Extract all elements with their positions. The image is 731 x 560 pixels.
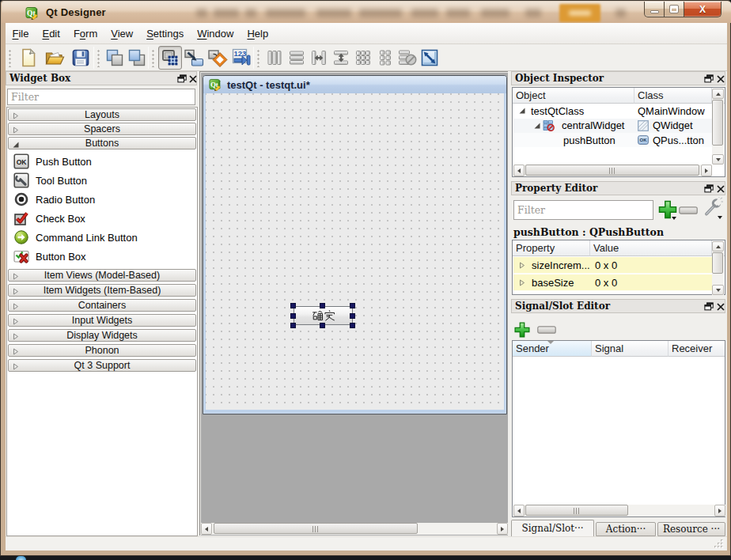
form-window-title-bar[interactable]: Qt testQt - testqt.ui* <box>203 76 506 93</box>
menu-form[interactable]: Form <box>66 23 104 44</box>
titlebar[interactable]: Qt Qt Designer X <box>2 2 731 23</box>
category-spacers[interactable]: Spacers <box>8 123 196 135</box>
selection-handle-nw[interactable] <box>290 303 296 308</box>
menu-window[interactable]: Window <box>191 23 241 44</box>
configure-property-editor-button[interactable] <box>701 197 723 219</box>
toolbar-drag-handle[interactable] <box>6 48 11 67</box>
object-inspector-title-bar[interactable]: Object Inspector <box>511 71 725 85</box>
column-header-property[interactable]: Property <box>513 240 590 256</box>
toolbar-layout-vertical-splitter-button[interactable] <box>330 46 352 70</box>
tree-row-testqtclass[interactable]: testQtClass QMainWindow <box>513 104 712 118</box>
toolbar-open-form-button[interactable] <box>41 46 67 70</box>
tree-row-centralwidget[interactable]: centralWidget QWidget <box>513 119 712 133</box>
mdi-horizontal-scrollbar[interactable] <box>201 523 508 535</box>
selection-handle-w[interactable] <box>290 313 296 319</box>
toolbar-break-layout-button[interactable] <box>396 46 419 70</box>
property-editor-vertical-scrollbar[interactable] <box>712 241 724 295</box>
scrollbar-thumb[interactable] <box>525 165 699 176</box>
tree-row-pushbutton[interactable]: pushButton OK QPus...tton <box>513 133 712 147</box>
close-dock-button[interactable] <box>717 303 726 312</box>
form-canvas[interactable]: 确定 <box>206 93 504 410</box>
menu-settings[interactable]: Settings <box>140 23 191 44</box>
toolbar-edit-tab-order-button[interactable]: 123 <box>229 46 253 70</box>
selection-handle-n[interactable] <box>320 303 325 308</box>
toolbar-layout-grid-button[interactable] <box>352 46 374 70</box>
toolbar-adjust-size-button[interactable] <box>419 46 441 70</box>
menu-view[interactable]: View <box>104 23 140 44</box>
widget-item-command-link-button[interactable]: Command Link Button <box>9 228 191 247</box>
property-row-basesize[interactable]: baseSize 0 x 0 <box>513 274 712 291</box>
selection-handle-ne[interactable] <box>350 303 355 308</box>
widget-item-tool-button[interactable]: Tool Button <box>9 171 191 190</box>
maximize-button[interactable] <box>664 2 684 17</box>
expand-arrow-icon[interactable] <box>519 279 525 286</box>
toolbar-drag-handle[interactable] <box>255 48 259 67</box>
toolbar-save-form-button[interactable] <box>67 46 93 70</box>
category-item-widgets[interactable]: Item Widgets (Item-Based) <box>8 284 196 297</box>
form-window[interactable]: Qt testQt - testqt.ui* 确定 <box>203 75 507 414</box>
scrollbar-thumb[interactable] <box>214 523 418 534</box>
float-dock-button[interactable] <box>704 302 714 312</box>
scroll-right-button[interactable] <box>701 165 712 176</box>
toolbar-layout-horizontal-button[interactable] <box>263 46 286 70</box>
toolbar-new-form-button[interactable] <box>15 46 41 70</box>
menu-help[interactable]: Help <box>241 23 275 44</box>
scrollbar-thumb[interactable] <box>525 505 628 516</box>
expand-arrow-icon[interactable] <box>519 262 525 269</box>
toolbar-edit-buddies-button[interactable] <box>206 46 229 70</box>
toolbar-edit-signals-slots-button[interactable] <box>182 46 206 70</box>
object-inspector-horizontal-scrollbar[interactable] <box>513 165 712 176</box>
category-layouts[interactable]: Layouts <box>8 108 196 121</box>
column-header-receiver[interactable]: Receiver <box>669 341 725 357</box>
add-signal-slot-connection-button[interactable] <box>513 320 531 339</box>
signal-slot-horizontal-scrollbar[interactable] <box>513 505 725 516</box>
expand-arrow-icon[interactable] <box>519 108 525 114</box>
column-header-value[interactable]: Value <box>590 240 712 256</box>
selection-handle-s[interactable] <box>320 323 325 328</box>
selection-handle-e[interactable] <box>350 313 355 319</box>
scroll-down-button[interactable] <box>712 285 724 295</box>
toolbar-raise-widget-button[interactable] <box>126 46 148 70</box>
menu-file[interactable]: File <box>6 23 36 44</box>
minimize-button[interactable] <box>644 2 665 17</box>
toolbar-drag-handle[interactable] <box>150 48 154 67</box>
scroll-up-button[interactable] <box>712 241 724 252</box>
signal-slot-editor-title-bar[interactable]: Signal/Slot Editor <box>511 299 725 313</box>
object-inspector-vertical-scrollbar[interactable] <box>712 89 724 165</box>
category-qt3-support[interactable]: Qt 3 Support <box>8 359 196 372</box>
float-dock-button[interactable] <box>177 74 187 84</box>
toolbar-lower-widget-button[interactable] <box>104 46 126 70</box>
widget-item-button-box[interactable]: Button Box <box>9 247 191 266</box>
toolbar-edit-widgets-button[interactable] <box>158 46 182 70</box>
scroll-right-button[interactable] <box>714 505 725 516</box>
property-filter-input[interactable] <box>513 200 653 220</box>
close-button[interactable]: X <box>684 2 722 17</box>
category-buttons[interactable]: Buttons <box>8 137 196 149</box>
close-dock-button[interactable] <box>189 75 199 85</box>
expand-arrow-icon[interactable] <box>534 123 540 129</box>
toolbar-layout-vertical-button[interactable] <box>286 46 308 70</box>
scroll-down-button[interactable] <box>712 154 724 165</box>
selection-handle-se[interactable] <box>350 323 355 328</box>
widget-box-title-bar[interactable]: Widget Box <box>6 71 197 85</box>
property-row-sizeincrement[interactable]: sizeIncrem... 0 x 0 <box>513 257 712 274</box>
size-grip-icon[interactable] <box>714 539 724 549</box>
toolbar-drag-handle[interactable] <box>95 48 100 67</box>
widget-item-radio-button[interactable]: Radio Button <box>9 190 191 209</box>
category-phonon[interactable]: Phonon <box>8 344 196 357</box>
scroll-up-button[interactable] <box>712 89 724 99</box>
column-header-class[interactable]: Class <box>634 88 712 104</box>
tab-action-editor[interactable]: Action··· <box>596 522 656 536</box>
add-dynamic-property-button[interactable] <box>657 199 678 220</box>
remove-dynamic-property-button[interactable] <box>678 206 698 214</box>
float-dock-button[interactable] <box>704 74 714 84</box>
selection-handle-sw[interactable] <box>290 323 296 328</box>
column-header-sender[interactable]: Sender <box>513 341 592 357</box>
category-containers[interactable]: Containers <box>8 299 196 312</box>
widget-item-check-box[interactable]: Check Box <box>9 209 191 228</box>
remove-signal-slot-connection-button[interactable] <box>536 325 556 334</box>
widget-item-push-button[interactable]: OK Push Button <box>9 152 191 171</box>
category-display-widgets[interactable]: Display Widgets <box>8 329 196 342</box>
toolbar-layout-horizontal-splitter-button[interactable] <box>308 46 330 70</box>
toolbar-layout-form-button[interactable] <box>374 46 396 70</box>
